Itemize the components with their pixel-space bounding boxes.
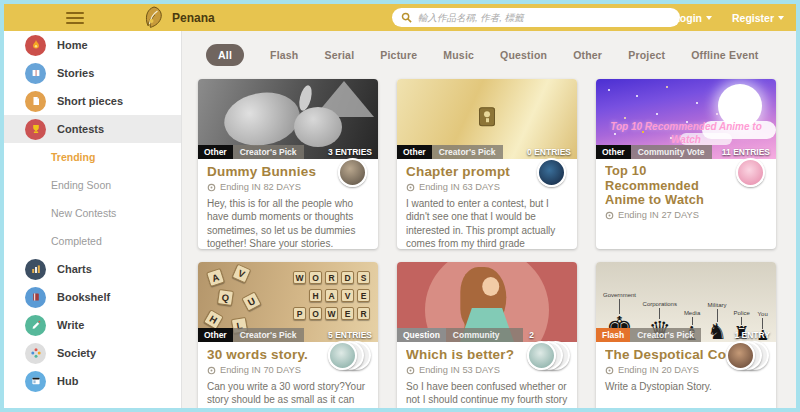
tab-music[interactable]: Music <box>443 49 474 61</box>
bookshelf-icon <box>25 287 46 308</box>
penana-logo[interactable]: Penana <box>142 5 215 30</box>
entry-avatars[interactable] <box>723 341 769 371</box>
contest-card-dummy-bunnies[interactable]: Other Creator's Pick 3 ENTRIES Dummy Bun… <box>198 79 378 249</box>
home-flame-icon <box>25 35 46 56</box>
community-vote-badge: Community Vote <box>446 328 523 342</box>
entry-avatars[interactable] <box>325 341 371 371</box>
cover-overlay-text: Top 10 Recommended Anime to Watch <box>596 121 776 146</box>
tab-project[interactable]: Project <box>628 49 665 61</box>
tab-flash[interactable]: Flash <box>270 49 298 61</box>
search-input[interactable] <box>418 12 671 23</box>
sidebar-item-home[interactable]: Home <box>4 31 181 59</box>
entries-count: 11 ENTRIES <box>716 145 776 159</box>
clock-icon <box>406 366 415 375</box>
clock-icon <box>605 366 614 375</box>
category-badge[interactable]: Other <box>397 145 432 159</box>
contest-cover-bunnies[interactable]: Other Creator's Pick 3 ENTRIES <box>198 79 378 159</box>
entry-avatars[interactable] <box>723 158 769 188</box>
contest-grid: Other Creator's Pick 3 ENTRIES Dummy Bun… <box>198 79 776 412</box>
app-window: Penana Login Register Home <box>0 0 800 412</box>
creators-pick-badge: Creator's Pick <box>233 328 304 342</box>
sidebar-subitem-new-contests[interactable]: New Contests <box>4 199 181 227</box>
words-have-power-tiles: WORDS HAVE POWER <box>293 271 370 320</box>
hub-icon <box>25 371 46 392</box>
contest-description: Write a Dystopian Story. <box>605 380 767 412</box>
entries-count: 2 ENTRIES <box>523 328 577 342</box>
chevron-down-icon <box>706 16 712 20</box>
sidebar-subitem-completed[interactable]: Completed <box>4 227 181 255</box>
main-content: All Flash Serial Picture Music Question … <box>182 31 796 408</box>
contest-card-chapter-prompt[interactable]: Other Creator's Pick 0 ENTRIES Chapter p… <box>397 79 577 249</box>
society-icon <box>25 343 46 364</box>
contest-description <box>605 225 767 249</box>
tab-picture[interactable]: Picture <box>380 49 417 61</box>
sidebar-subitem-trending[interactable]: Trending <box>4 143 181 171</box>
clock-icon <box>207 183 216 192</box>
sidebar: Home Stories Short pieces Contests <box>4 31 182 408</box>
entries-count: 3 ENTRIES <box>322 145 378 159</box>
contest-cover-chess[interactable]: Government♚ Corporations♛ Media♝ Militar… <box>596 262 776 342</box>
category-badge[interactable]: Flash <box>596 328 630 342</box>
contest-description: Hey, this is for all the people who have… <box>207 197 369 249</box>
clock-icon <box>406 183 415 192</box>
chevron-down-icon <box>778 16 784 20</box>
entries-count: 5 ENTRIES <box>322 328 378 342</box>
sidebar-subitem-ending-soon[interactable]: Ending Soon <box>4 171 181 199</box>
search-bar[interactable] <box>392 8 680 27</box>
tab-all[interactable]: All <box>206 44 244 66</box>
sidebar-item-charts[interactable]: Charts <box>4 255 181 283</box>
clock-icon <box>605 211 614 220</box>
lightbulb-book-icon <box>479 107 495 126</box>
contest-cover-anime-girl[interactable]: Question Community Vote 2 ENTRIES <box>397 262 577 342</box>
hamburger-menu-icon[interactable] <box>66 12 84 27</box>
category-filter-tabs: All Flash Serial Picture Music Question … <box>182 31 796 79</box>
tab-serial[interactable]: Serial <box>324 49 354 61</box>
contest-description: So I have been confused whether or not I… <box>406 380 568 412</box>
brand-name: Penana <box>172 11 215 25</box>
sidebar-item-stories[interactable]: Stories <box>4 59 181 87</box>
category-badge[interactable]: Other <box>198 328 233 342</box>
entries-count: 0 ENTRIES <box>521 145 577 159</box>
community-vote-badge: Community Vote <box>631 145 712 159</box>
search-icon <box>401 12 412 23</box>
sidebar-item-bookshelf[interactable]: Bookshelf <box>4 283 181 311</box>
contests-trophy-icon <box>25 119 46 140</box>
tab-offline-event[interactable]: Offline Event <box>691 49 758 61</box>
charts-icon <box>25 259 46 280</box>
contest-card-30-words-story[interactable]: AV QU HL WORDS HAVE POW <box>198 262 378 412</box>
contest-cover-word-tiles[interactable]: AV QU HL WORDS HAVE POW <box>198 262 378 342</box>
contest-card-which-is-better[interactable]: Question Community Vote 2 ENTRIES Which … <box>397 262 577 412</box>
sidebar-item-hub[interactable]: Hub <box>4 367 181 395</box>
creators-pick-badge: Creator's Pick <box>630 328 701 342</box>
contest-description: Can you write a 30 word story?Your story… <box>207 380 369 412</box>
creators-pick-badge: Creator's Pick <box>233 145 304 159</box>
clock-icon <box>207 366 216 375</box>
sidebar-item-write[interactable]: Write <box>4 311 181 339</box>
entry-avatars[interactable] <box>524 341 570 371</box>
sidebar-item-contests[interactable]: Contests <box>4 115 181 143</box>
register-button[interactable]: Register <box>732 12 784 24</box>
entry-avatars[interactable] <box>325 158 371 188</box>
entries-count: 1 ENTRY <box>728 328 776 342</box>
login-button[interactable]: Login <box>673 12 712 24</box>
write-pencil-icon <box>25 315 46 336</box>
category-badge[interactable]: Other <box>198 145 233 159</box>
contest-card-top10-anime[interactable]: Top 10 Recommended Anime to Watch Other … <box>596 79 776 249</box>
category-badge[interactable]: Other <box>596 145 631 159</box>
contest-cover-night-sky[interactable]: Top 10 Recommended Anime to Watch Other … <box>596 79 776 159</box>
tab-other[interactable]: Other <box>573 49 602 61</box>
short-pieces-icon <box>25 91 46 112</box>
sidebar-item-society[interactable]: Society <box>4 339 181 367</box>
category-badge[interactable]: Question <box>397 328 446 342</box>
contest-cover-gold[interactable]: Other Creator's Pick 0 ENTRIES <box>397 79 577 159</box>
contest-deadline: Ending IN 27 DAYS <box>605 210 767 220</box>
entry-avatars[interactable] <box>524 158 570 188</box>
stories-icon <box>25 63 46 84</box>
top-header: Penana Login Register <box>4 4 796 31</box>
feather-logo-icon <box>142 5 166 30</box>
creators-pick-badge: Creator's Pick <box>432 145 503 159</box>
contest-card-despotical-collection[interactable]: Government♚ Corporations♛ Media♝ Militar… <box>596 262 776 412</box>
tab-question[interactable]: Question <box>500 49 547 61</box>
sidebar-item-short-pieces[interactable]: Short pieces <box>4 87 181 115</box>
contest-description: I wanted to enter a contest, but I didn'… <box>406 197 568 249</box>
